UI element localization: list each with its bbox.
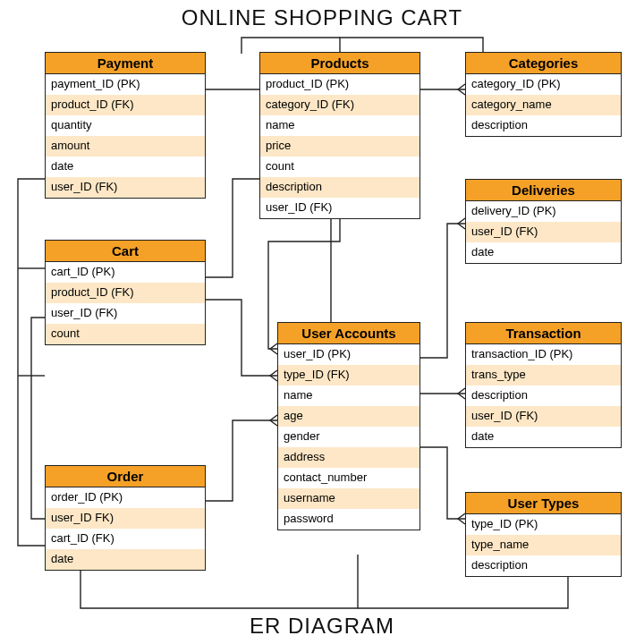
field: user_ID (FK)	[46, 177, 205, 198]
field: date	[46, 549, 205, 570]
field: password	[278, 509, 419, 530]
entity-header: Transaction	[466, 323, 621, 344]
entity-header: User Accounts	[278, 323, 419, 344]
field: category_name	[466, 95, 621, 115]
field: name	[260, 115, 419, 136]
field: product_ID (FK)	[46, 283, 205, 303]
field: product_ID (PK)	[260, 74, 419, 95]
field: description	[466, 386, 621, 406]
entity-header: Deliveries	[466, 180, 621, 201]
field: date	[466, 242, 621, 263]
entity-user-accounts: User Accounts user_ID (PK) type_ID (FK) …	[277, 322, 420, 530]
field: quantity	[46, 115, 205, 136]
field: cart_ID (FK)	[46, 529, 205, 549]
field: order_ID (PK)	[46, 487, 205, 508]
field: trans_type	[466, 365, 621, 386]
field: cart_ID (PK)	[46, 262, 205, 283]
field: description	[466, 555, 621, 576]
field: contact_number	[278, 468, 419, 488]
field: product_ID (FK)	[46, 95, 205, 115]
field: count	[46, 324, 205, 344]
entity-header: Categories	[466, 53, 621, 74]
field: date	[46, 157, 205, 177]
field: address	[278, 447, 419, 468]
field: category_ID (PK)	[466, 74, 621, 95]
field: username	[278, 488, 419, 509]
field: category_ID (FK)	[260, 95, 419, 115]
field: name	[278, 386, 419, 406]
field: amount	[46, 136, 205, 157]
field: description	[260, 177, 419, 198]
entity-header: User Types	[466, 493, 621, 514]
field: transaction_ID (PK)	[466, 344, 621, 365]
field: gender	[278, 427, 419, 447]
entity-categories: Categories category_ID (PK) category_nam…	[465, 52, 622, 137]
entity-header: Payment	[46, 53, 205, 74]
entity-order: Order order_ID (PK) user_ID FK) cart_ID …	[45, 465, 206, 571]
field: type_name	[466, 535, 621, 555]
entity-payment: Payment payment_ID (PK) product_ID (FK) …	[45, 52, 206, 199]
field: date	[466, 427, 621, 447]
entity-cart: Cart cart_ID (PK) product_ID (FK) user_I…	[45, 240, 206, 345]
field: age	[278, 406, 419, 427]
field: user_ID (FK)	[466, 222, 621, 242]
field: count	[260, 157, 419, 177]
field: price	[260, 136, 419, 157]
field: user_ID (FK)	[46, 303, 205, 324]
entity-deliveries: Deliveries delivery_ID (PK) user_ID (FK)…	[465, 179, 622, 264]
field: user_ID (FK)	[260, 198, 419, 218]
field: user_ID FK)	[46, 508, 205, 529]
entity-header: Products	[260, 53, 419, 74]
entity-header: Order	[46, 466, 205, 487]
entity-products: Products product_ID (PK) category_ID (FK…	[259, 52, 420, 219]
field: user_ID (FK)	[466, 406, 621, 427]
field: user_ID (PK)	[278, 344, 419, 365]
entity-user-types: User Types type_ID (PK) type_name descri…	[465, 492, 622, 577]
field: payment_ID (PK)	[46, 74, 205, 95]
field: type_ID (FK)	[278, 365, 419, 386]
entity-header: Cart	[46, 241, 205, 262]
er-diagram-canvas: ONLINE SHOPPING CART ER DIAGRAM	[0, 0, 644, 644]
field: type_ID (PK)	[466, 514, 621, 535]
field: delivery_ID (PK)	[466, 201, 621, 222]
field: description	[466, 115, 621, 136]
entity-transaction: Transaction transaction_ID (PK) trans_ty…	[465, 322, 622, 448]
